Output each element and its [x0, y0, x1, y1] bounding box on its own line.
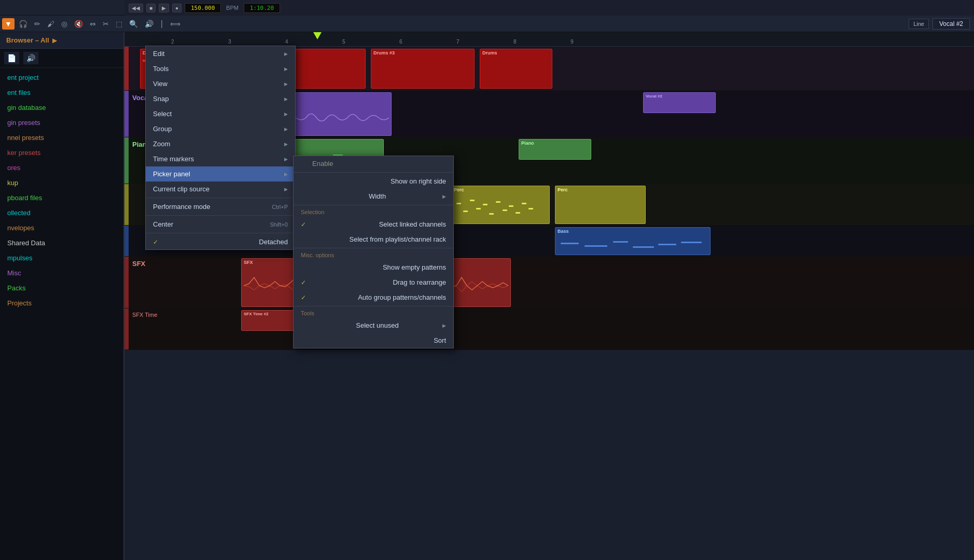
menu-select-label: Select: [153, 110, 172, 118]
submenu-select-linked[interactable]: ✓ Select linked channels: [294, 217, 453, 232]
submenu-width-label: Width: [369, 192, 386, 200]
menu-item-view[interactable]: View: [146, 76, 295, 91]
submenu-section-tools: Tools: [294, 307, 453, 318]
menu-item-edit[interactable]: Edit: [146, 46, 295, 61]
menu-perf-label: Performance mode: [153, 203, 211, 211]
submenu-show-empty[interactable]: Show empty patterns: [294, 260, 453, 275]
menu-item-detached[interactable]: ✓ Detached: [146, 234, 295, 249]
submenu-select-unused-label: Select unused: [356, 321, 398, 329]
menu-zoom-label: Zoom: [153, 140, 170, 148]
submenu-drag-rearrange[interactable]: ✓ Drag to rearrange: [294, 275, 453, 290]
menu-item-tools[interactable]: Tools: [146, 61, 295, 76]
submenu-width[interactable]: Width: [294, 189, 453, 204]
menu-item-select[interactable]: Select: [146, 106, 295, 121]
menu-perf-shortcut: Ctrl+P: [272, 204, 288, 210]
menu-item-picker-panel[interactable]: Picker panel: [146, 166, 295, 181]
submenu-sep-4: [294, 306, 453, 306]
menu-item-time-markers[interactable]: Time markers: [146, 151, 295, 166]
menu-item-performance[interactable]: Performance mode Ctrl+P: [146, 199, 295, 214]
submenu-auto-group-label: Auto group patterns/channels: [358, 293, 446, 301]
menu-item-zoom[interactable]: Zoom: [146, 136, 295, 151]
main-context-menu: Edit Tools View Snap Select Group Zoom T…: [145, 46, 296, 250]
submenu-sep-3: [294, 248, 453, 248]
menu-sep-1: [146, 198, 295, 198]
menu-tools-label: Tools: [153, 65, 169, 73]
select-linked-check: ✓: [301, 221, 309, 228]
menu-snap-label: Snap: [153, 95, 169, 103]
submenu-sep-2: [294, 205, 453, 205]
menu-sep-2: [146, 215, 295, 216]
menu-center-shortcut: Shift+0: [270, 221, 288, 228]
submenu-show-right[interactable]: Show on right side: [294, 174, 453, 189]
drag-rearrange-check: ✓: [301, 279, 309, 286]
submenu-section-selection: Selection: [294, 206, 453, 217]
menu-sep-3: [146, 233, 295, 233]
submenu-section-misc: Misc. options: [294, 249, 453, 260]
picker-panel-submenu: Enable Show on right side Width Selectio…: [293, 156, 454, 348]
submenu-enable-label: Enable: [312, 160, 333, 167]
submenu-select-unused[interactable]: Select unused: [294, 318, 453, 333]
submenu-enable: Enable: [294, 156, 453, 171]
menu-item-snap[interactable]: Snap: [146, 91, 295, 106]
submenu-select-linked-label: Select linked channels: [379, 220, 446, 228]
submenu-select-from[interactable]: Select from playlist/channel rack: [294, 232, 453, 247]
menu-item-center[interactable]: Center Shift+0: [146, 217, 295, 232]
menu-center-label: Center: [153, 220, 173, 228]
submenu-sep-1: [294, 172, 453, 173]
menu-detached-label: Detached: [259, 238, 288, 246]
submenu-sort[interactable]: Sort: [294, 333, 453, 348]
menu-edit-label: Edit: [153, 50, 164, 58]
submenu-show-right-label: Show on right side: [391, 177, 446, 185]
submenu-show-empty-label: Show empty patterns: [383, 263, 446, 271]
submenu-sort-label: Sort: [434, 337, 446, 344]
submenu-select-from-label: Select from playlist/channel rack: [350, 235, 446, 243]
submenu-drag-rearrange-label: Drag to rearrange: [393, 278, 446, 286]
menu-item-current-clip[interactable]: Current clip source: [146, 181, 295, 197]
menu-group-label: Group: [153, 125, 172, 133]
menu-picker-panel-label: Picker panel: [153, 170, 190, 178]
menu-item-group[interactable]: Group: [146, 121, 295, 136]
menu-view-label: View: [153, 80, 168, 88]
submenu-auto-group[interactable]: ✓ Auto group patterns/channels: [294, 290, 453, 305]
detached-checkmark: ✓: [153, 239, 158, 246]
menu-time-markers-label: Time markers: [153, 155, 194, 163]
auto-group-check: ✓: [301, 294, 309, 301]
menu-current-clip-label: Current clip source: [153, 185, 210, 193]
